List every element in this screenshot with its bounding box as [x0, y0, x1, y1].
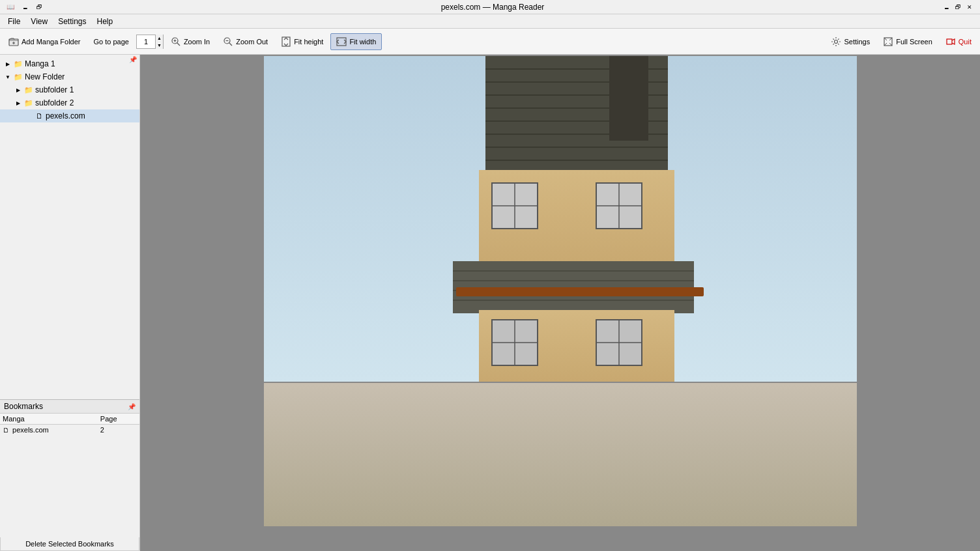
fit-width-icon — [336, 36, 347, 47]
fit-width-label: Fit width — [349, 38, 376, 46]
bookmark-page-0: 2 — [98, 425, 139, 436]
page-spin-down[interactable]: ▼ — [155, 42, 163, 49]
fit-width-button[interactable]: Fit width — [330, 33, 382, 50]
fullscreen-label: Full Screen — [896, 38, 932, 46]
zoom-out-label: Zoom Out — [236, 38, 268, 46]
folder-icon-subfolder2: 📁 — [23, 98, 34, 107]
tree-label-manga1: Manga 1 — [25, 59, 55, 68]
viewer-area[interactable] — [140, 55, 980, 551]
window-title: pexels.com — Manga Reader — [44, 3, 941, 12]
bookmarks-col-manga: Manga — [0, 414, 98, 425]
minimize-button[interactable]: 🗕 — [20, 2, 30, 12]
go-to-page-button[interactable]: Go to page — [88, 35, 135, 49]
go-to-page-group: Go to page ▲ ▼ — [88, 35, 164, 49]
menu-view[interactable]: View — [25, 16, 53, 27]
bookmark-manga-0: 🗋 pexels.com — [0, 425, 98, 436]
building-svg-1 — [264, 56, 857, 382]
tree-label-new-folder: New Folder — [25, 72, 65, 81]
svg-rect-7 — [947, 39, 952, 44]
title-bar-left: 📖 🗕 🗗 — [5, 2, 44, 12]
menu-bar: File View Settings Help — [0, 14, 980, 29]
title-bar: 📖 🗕 🗗 pexels.com — Manga Reader 🗕 🗗 ✕ — [0, 0, 980, 14]
settings-icon — [831, 36, 841, 47]
add-manga-folder-button[interactable]: Add Manga Folder — [3, 33, 87, 50]
app-icon: 📖 — [5, 2, 16, 12]
svg-rect-18 — [609, 56, 648, 141]
quit-label: Quit — [958, 38, 972, 46]
expander-subfolder1[interactable]: ▶ — [13, 85, 23, 95]
bookmarks-header[interactable]: Bookmarks 📌 — [0, 400, 139, 414]
svg-rect-4 — [337, 38, 346, 46]
tree-item-manga1[interactable]: ▶ 📁 Manga 1 — [0, 57, 139, 70]
manga-page-2 — [264, 383, 857, 526]
sidebar: 📌 ▶ 📁 Manga 1 ▼ 📁 New Folder ▶ 📁 subfold… — [0, 55, 140, 551]
menu-file[interactable]: File — [3, 16, 25, 27]
zoom-in-label: Zoom In — [184, 38, 210, 46]
page-spin-buttons: ▲ ▼ — [155, 35, 163, 49]
toolbar-right: Settings Full Screen Quit — [825, 33, 977, 50]
main-area: 📌 ▶ 📁 Manga 1 ▼ 📁 New Folder ▶ 📁 subfold… — [0, 55, 980, 551]
bookmarks-pin-icon[interactable]: 📌 — [128, 403, 136, 410]
zoom-in-icon — [171, 36, 181, 47]
tree-item-new-folder[interactable]: ▼ 📁 New Folder — [0, 70, 139, 83]
page-input-wrap: ▲ ▼ — [136, 35, 164, 49]
zoom-in-button[interactable]: Zoom In — [165, 33, 216, 50]
delete-bookmarks-button[interactable]: Delete Selected Bookmarks — [0, 537, 139, 551]
add-folder-icon — [8, 36, 19, 47]
manga-page-1 — [264, 56, 857, 382]
menu-settings[interactable]: Settings — [53, 16, 91, 27]
svg-rect-3 — [282, 37, 290, 46]
quit-button[interactable]: Quit — [940, 33, 977, 50]
folder-icon-subfolder1: 📁 — [23, 85, 34, 94]
fit-height-button[interactable]: Fit height — [275, 33, 329, 50]
tree-item-pexels[interactable]: 🗋 pexels.com — [0, 109, 139, 122]
bookmarks-list-area[interactable]: Manga Page 🗋 pexels.com 2 — [0, 414, 139, 537]
tree-item-subfolder1[interactable]: ▶ 📁 subfolder 1 — [0, 83, 139, 96]
tree-label-subfolder2: subfolder 2 — [35, 98, 74, 107]
window-restore-button[interactable]: 🗗 — [953, 2, 963, 12]
menu-help[interactable]: Help — [92, 16, 119, 27]
building-svg-2 — [264, 383, 857, 526]
expander-subfolder2[interactable]: ▶ — [13, 98, 23, 108]
expander-manga1[interactable]: ▶ — [3, 59, 13, 69]
svg-point-5 — [835, 40, 838, 43]
expander-pexels — [23, 111, 34, 121]
add-manga-folder-label: Add Manga Folder — [22, 38, 81, 46]
fit-height-icon — [281, 36, 291, 47]
restore-button[interactable]: 🗗 — [34, 2, 44, 12]
fullscreen-icon — [883, 36, 893, 47]
bookmarks-title: Bookmarks — [4, 402, 43, 411]
bookmark-row-0[interactable]: 🗋 pexels.com 2 — [0, 425, 139, 436]
file-icon-pexels: 🗋 — [34, 111, 44, 120]
settings-label: Settings — [844, 38, 870, 46]
page-image-2 — [264, 383, 857, 526]
tree-label-pexels: pexels.com — [46, 111, 85, 120]
window-close-button[interactable]: ✕ — [964, 2, 975, 12]
quit-icon — [945, 36, 956, 47]
page-image-1 — [264, 56, 857, 382]
folder-icon-new-folder: 📁 — [13, 72, 23, 81]
zoom-out-icon — [223, 36, 233, 47]
settings-button[interactable]: Settings — [825, 33, 876, 50]
tree-panel-pin-icon[interactable]: 📌 — [129, 56, 137, 63]
window-minimize-button[interactable]: 🗕 — [941, 2, 951, 12]
bookmarks-panel: Bookmarks 📌 Manga Page 🗋 — [0, 399, 139, 551]
go-to-page-label: Go to page — [94, 38, 129, 46]
page-spin-up[interactable]: ▲ — [155, 35, 163, 42]
fit-height-label: Fit height — [294, 38, 323, 46]
tree-item-subfolder2[interactable]: ▶ 📁 subfolder 2 — [0, 96, 139, 109]
bookmarks-col-page: Page — [98, 414, 139, 425]
folder-icon-manga1: 📁 — [13, 59, 23, 68]
bookmarks-table: Manga Page 🗋 pexels.com 2 — [0, 414, 139, 435]
tree-label-subfolder1: subfolder 1 — [35, 85, 74, 94]
expander-new-folder[interactable]: ▼ — [3, 72, 13, 82]
zoom-out-button[interactable]: Zoom Out — [217, 33, 274, 50]
toolbar: Add Manga Folder Go to page ▲ ▼ Zoom In — [0, 29, 980, 55]
window-controls: 🗕 🗗 ✕ — [941, 2, 975, 12]
svg-rect-39 — [264, 383, 857, 526]
tree-panel[interactable]: 📌 ▶ 📁 Manga 1 ▼ 📁 New Folder ▶ 📁 subfold… — [0, 55, 139, 399]
page-number-input[interactable] — [137, 35, 155, 48]
fullscreen-button[interactable]: Full Screen — [877, 33, 938, 50]
svg-rect-31 — [456, 287, 704, 296]
